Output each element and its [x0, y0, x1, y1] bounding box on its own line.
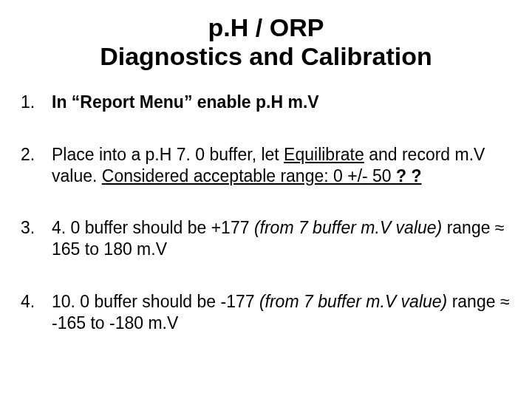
step-number: 4. [21, 291, 52, 313]
step-body: Place into a p.H 7. 0 buffer, let Equili… [52, 144, 511, 187]
step-1: 1. In “Report Menu” enable p.H m.V [21, 92, 511, 113]
acceptable-range: Considered acceptable range: 0 +/- 50 [102, 166, 396, 185]
equilibrate-term: Equilibrate [284, 145, 364, 164]
step-4: 4. 10. 0 buffer should be -177 (from 7 b… [21, 291, 511, 334]
step-3: 3. 4. 0 buffer should be +177 (from 7 bu… [21, 217, 511, 260]
step-body: In “Report Menu” enable p.H m.V [52, 92, 511, 113]
title-line-1: p.H / ORP [208, 13, 324, 41]
question-marks: ? ? [396, 166, 422, 185]
slide: p.H / ORP Diagnostics and Calibration 1.… [0, 0, 532, 399]
approx-icon: ≈ [500, 292, 510, 311]
step-number: 1. [21, 92, 52, 113]
title-line-2: Diagnostics and Calibration [100, 42, 432, 70]
parenthetical: (from 7 buffer m.V value) [254, 218, 442, 237]
steps-list: 1. In “Report Menu” enable p.H m.V 2. Pl… [21, 92, 511, 333]
slide-title: p.H / ORP Diagnostics and Calibration [21, 13, 511, 71]
step-body: 4. 0 buffer should be +177 (from 7 buffe… [52, 217, 511, 260]
step-body: 10. 0 buffer should be -177 (from 7 buff… [52, 291, 511, 334]
step-number: 2. [21, 144, 52, 166]
approx-icon: ≈ [495, 218, 505, 237]
step-2: 2. Place into a p.H 7. 0 buffer, let Equ… [21, 144, 511, 187]
parenthetical: (from 7 buffer m.V value) [259, 292, 447, 311]
step-number: 3. [21, 217, 52, 239]
